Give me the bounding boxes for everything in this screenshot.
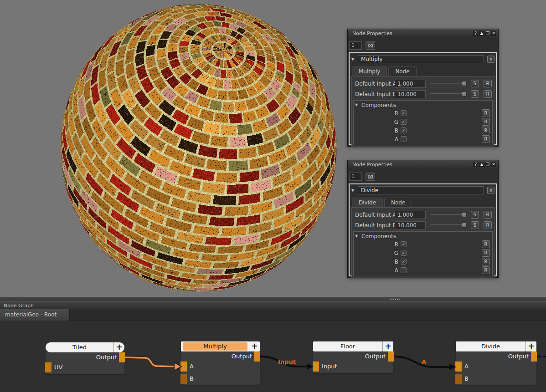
graph-node-multiply[interactable]: Multiply + Output A B bbox=[181, 341, 260, 351]
tab-node[interactable]: Node bbox=[384, 198, 412, 207]
add-port-button[interactable]: + bbox=[249, 341, 260, 351]
collapse-arrow-icon[interactable]: ▼ bbox=[351, 188, 358, 193]
dock-icon[interactable]: ▲ bbox=[479, 31, 484, 36]
node-properties-panel-multiply: Node Properties ? ▲ ❐ ✕ 1 ⌧ ▼ Multiply x… bbox=[347, 29, 499, 147]
node-body[interactable]: Output UV bbox=[46, 352, 124, 374]
component-checkbox[interactable]: ✓ bbox=[401, 110, 407, 116]
input-port-input[interactable] bbox=[313, 361, 319, 372]
input-port-a[interactable] bbox=[180, 361, 187, 372]
node-header[interactable]: Multiply + bbox=[181, 341, 260, 351]
slider-handle[interactable] bbox=[462, 223, 467, 228]
float-icon[interactable]: ❐ bbox=[485, 31, 490, 36]
component-checkbox[interactable]: ✓ bbox=[401, 127, 407, 133]
output-port[interactable] bbox=[531, 351, 537, 361]
dock-icon[interactable]: ▲ bbox=[479, 162, 484, 167]
component-checkbox[interactable]: ✓ bbox=[401, 119, 407, 125]
close-icon[interactable]: ✕ bbox=[491, 31, 496, 36]
param-slider[interactable] bbox=[430, 212, 467, 218]
param-slider[interactable] bbox=[430, 222, 467, 228]
node-header[interactable]: Divide + bbox=[456, 341, 536, 351]
snap-button[interactable]: S bbox=[471, 221, 479, 229]
graph-node-divide[interactable]: Divide + Output A B bbox=[456, 341, 536, 351]
node-header[interactable]: Floor + bbox=[313, 341, 393, 351]
tab-divide[interactable]: Divide bbox=[352, 198, 383, 207]
lock-icon: ⌧ bbox=[368, 43, 373, 48]
node-body[interactable]: Output A B bbox=[456, 351, 536, 385]
input-port-uv[interactable] bbox=[45, 362, 52, 372]
param-slider[interactable] bbox=[430, 81, 467, 87]
input-port-a[interactable] bbox=[455, 361, 462, 372]
reset-button[interactable]: R bbox=[484, 80, 492, 87]
component-checkbox[interactable]: ✓ bbox=[401, 259, 407, 265]
slider-handle[interactable] bbox=[462, 81, 467, 86]
tab-materialgeo-root[interactable]: materialGeo - Root bbox=[0, 309, 70, 321]
lock-icon: ⌧ bbox=[368, 174, 373, 179]
param-value-field[interactable]: 1.000 bbox=[395, 211, 426, 219]
component-checkbox[interactable] bbox=[401, 136, 407, 142]
node-name-field[interactable]: Divide bbox=[358, 186, 484, 194]
output-port[interactable] bbox=[254, 351, 260, 361]
float-icon[interactable]: ❐ bbox=[485, 162, 490, 167]
output-port[interactable] bbox=[388, 351, 394, 361]
component-checkbox[interactable]: ✓ bbox=[401, 250, 407, 256]
snap-button[interactable]: S bbox=[471, 90, 479, 98]
output-port[interactable] bbox=[119, 352, 125, 362]
panel-titlebar[interactable]: Node Properties ? ▲ ❐ ✕ bbox=[348, 29, 498, 37]
splitter-grip-icon[interactable] bbox=[390, 299, 400, 300]
input-port-b[interactable] bbox=[455, 374, 462, 384]
reset-button[interactable]: R bbox=[482, 127, 490, 134]
collapse-arrow-icon[interactable]: ▼ bbox=[351, 57, 358, 61]
component-checkbox[interactable] bbox=[401, 267, 407, 273]
help-icon[interactable]: ? bbox=[473, 31, 479, 36]
node-body[interactable]: Output Input bbox=[313, 351, 393, 373]
graph-node-floor[interactable]: Floor + Output Input bbox=[313, 341, 393, 351]
tab-node[interactable]: Node bbox=[388, 66, 416, 76]
tab-content: Default Input A 1.000 S R Default Input … bbox=[351, 76, 494, 147]
param-row-default-input-b: Default Input B 10.000 S R bbox=[353, 220, 493, 230]
component-checkbox[interactable]: ✓ bbox=[401, 241, 407, 247]
panel-splitter[interactable] bbox=[0, 297, 546, 301]
tab-multiply[interactable]: Multiply bbox=[352, 66, 387, 76]
property-tabs: Divide Node bbox=[352, 198, 496, 207]
param-value-field[interactable]: 10.000 bbox=[395, 90, 426, 98]
reset-button[interactable]: R bbox=[482, 135, 490, 143]
collapse-arrow-icon[interactable]: ▼ bbox=[355, 103, 361, 107]
reset-button[interactable]: R bbox=[484, 211, 492, 219]
param-slider[interactable] bbox=[430, 91, 467, 97]
param-label: Default Input A bbox=[353, 81, 395, 87]
slider-handle[interactable] bbox=[462, 212, 467, 217]
add-port-button[interactable]: + bbox=[382, 341, 393, 351]
node-header[interactable]: Tiled + bbox=[46, 342, 124, 352]
collapse-arrow-icon[interactable]: ▼ bbox=[355, 234, 361, 238]
reset-button[interactable]: R bbox=[482, 109, 490, 117]
param-value-field[interactable]: 1.000 bbox=[395, 80, 426, 88]
node-body[interactable]: Output A B bbox=[181, 351, 260, 385]
input-port-b[interactable] bbox=[180, 374, 187, 384]
node-name-field[interactable]: Multiply bbox=[358, 55, 484, 63]
component-label: R bbox=[355, 241, 398, 248]
reset-button[interactable]: R bbox=[482, 240, 490, 248]
node-graph-titlebar[interactable]: Node Graph bbox=[0, 301, 546, 309]
lock-properties-button[interactable]: ⌧ bbox=[366, 41, 375, 50]
close-icon[interactable]: ✕ bbox=[491, 162, 496, 167]
reset-button[interactable]: R bbox=[482, 118, 490, 126]
group-close-button[interactable]: x bbox=[487, 187, 494, 194]
snap-button[interactable]: S bbox=[471, 211, 479, 219]
add-port-button[interactable]: + bbox=[113, 342, 124, 352]
lock-properties-button[interactable]: ⌧ bbox=[366, 173, 375, 181]
add-port-button[interactable]: + bbox=[525, 341, 536, 351]
help-icon[interactable]: ? bbox=[473, 162, 479, 167]
slider-handle[interactable] bbox=[462, 92, 467, 97]
snap-button[interactable]: S bbox=[471, 80, 479, 87]
reset-button[interactable]: R bbox=[484, 221, 492, 229]
node-count-field[interactable]: 1 bbox=[349, 41, 362, 50]
group-close-button[interactable]: x bbox=[487, 56, 494, 63]
panel-titlebar[interactable]: Node Properties ? ▲ ❐ ✕ bbox=[348, 160, 498, 168]
graph-node-tiled[interactable]: Tiled + Output UV bbox=[46, 342, 124, 352]
reset-button[interactable]: R bbox=[482, 249, 490, 257]
reset-button[interactable]: R bbox=[482, 266, 490, 274]
reset-button[interactable]: R bbox=[482, 258, 490, 265]
reset-button[interactable]: R bbox=[484, 90, 492, 98]
param-value-field[interactable]: 10.000 bbox=[395, 221, 426, 229]
node-count-field[interactable]: 1 bbox=[349, 173, 362, 181]
